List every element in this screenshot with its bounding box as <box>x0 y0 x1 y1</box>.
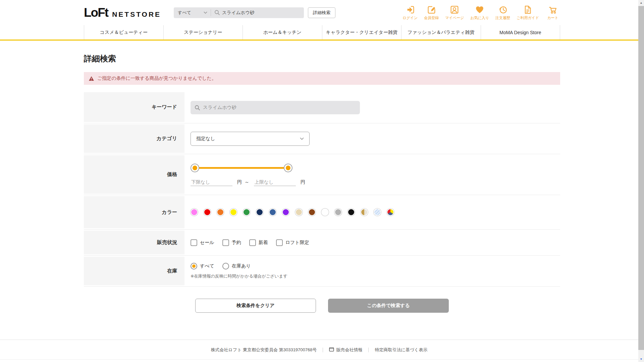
scrollbar-thumb[interactable] <box>638 6 644 350</box>
color-swatch-white[interactable] <box>321 208 329 216</box>
color-swatch-multicolor[interactable] <box>387 208 394 216</box>
checkbox[interactable] <box>249 239 256 246</box>
color-swatch-red[interactable] <box>204 208 211 216</box>
checkbox[interactable] <box>222 239 229 246</box>
checkbox[interactable] <box>191 239 197 246</box>
quicklink-label: ご利用ガイド <box>517 15 539 20</box>
footer-link-label: 特定商取引法に基づく表示 <box>375 347 427 353</box>
quicklink-ログイン[interactable]: ログイン <box>402 5 418 20</box>
price-min-unit: 円 <box>237 179 242 185</box>
chevron-down-icon <box>300 137 304 140</box>
stock-option-すべて[interactable]: すべて <box>191 263 214 269</box>
window-icon <box>329 347 334 353</box>
loft-logo[interactable]: LoFt NETSTORE <box>84 6 161 20</box>
radio-button[interactable] <box>222 263 229 269</box>
sales-status-label: 販売状況 <box>84 231 184 254</box>
login-icon <box>405 5 415 15</box>
quicklink-会員登録[interactable]: 会員登録 <box>424 5 439 20</box>
site-footer: 株式会社ロフト 東京都公安委員会 第303319700768号 販売会社情報特定… <box>0 340 638 360</box>
color-swatch-purple[interactable] <box>282 208 289 216</box>
color-swatch-gray[interactable] <box>334 208 342 216</box>
page-title: 詳細検索 <box>84 53 560 64</box>
category-row: カテゴリ 指定なし <box>84 123 560 154</box>
color-swatch-beige[interactable] <box>295 208 303 216</box>
quicklink-注文履歴[interactable]: 注文履歴 <box>495 5 510 20</box>
vertical-scrollbar[interactable]: ▲ ▼ <box>638 0 644 362</box>
search-category-select[interactable]: すべて <box>174 10 211 16</box>
price-slider-min-handle[interactable] <box>191 164 199 172</box>
nav-item-4[interactable]: ファッション＆バラエティ雑貨 <box>401 25 481 40</box>
search-with-conditions-button[interactable]: この条件で検索する <box>328 299 449 313</box>
color-swatch-orange[interactable] <box>217 208 224 216</box>
quicklink-マイページ[interactable]: マイページ <box>445 5 464 20</box>
nav-item-0[interactable]: コスメ＆ビューティー <box>84 25 163 40</box>
category-label: カテゴリ <box>84 124 184 153</box>
color-swatch-yellow[interactable] <box>230 208 237 216</box>
sales-option-ロフト限定[interactable]: ロフト限定 <box>276 239 309 246</box>
quicklink-label: カート <box>547 15 558 20</box>
logo-netstore-text: NETSTORE <box>112 10 161 18</box>
nav-item-2[interactable]: ホーム＆キッチン <box>243 25 322 40</box>
mypage-icon <box>449 5 460 15</box>
advanced-search-button[interactable]: 詳細検索 <box>308 7 335 18</box>
checkbox-label: 新着 <box>259 240 268 246</box>
color-label: カラー <box>84 196 184 228</box>
color-swatch-green[interactable] <box>243 208 250 216</box>
sales-option-新着[interactable]: 新着 <box>249 239 268 246</box>
sales-status-options: セール予約新着ロフト限定 <box>191 239 560 246</box>
radio-button[interactable] <box>191 263 197 269</box>
quicklink-label: お気に入り <box>470 15 489 20</box>
keyword-input[interactable] <box>203 105 356 110</box>
warning-icon <box>89 76 94 81</box>
category-select[interactable]: 指定なし <box>191 132 310 146</box>
keyword-input-wrap <box>191 101 360 114</box>
color-swatch-navy[interactable] <box>256 208 263 216</box>
header-search-group: すべて 詳細検索 <box>174 7 335 18</box>
sales-option-セール[interactable]: セール <box>191 239 214 246</box>
price-min-input[interactable] <box>191 178 232 186</box>
color-swatch-clear[interactable] <box>374 208 381 216</box>
scrollbar-up-arrow[interactable]: ▲ <box>638 0 644 6</box>
price-label: 価格 <box>84 155 184 194</box>
header-search-input[interactable] <box>222 10 296 15</box>
quicklink-ご利用ガイド[interactable]: ご利用ガイド <box>517 5 539 20</box>
checkbox-label: セール <box>200 240 214 246</box>
quicklink-label: マイページ <box>445 15 464 20</box>
quicklink-label: 注文履歴 <box>495 15 510 20</box>
quicklink-カート[interactable]: カート <box>545 5 560 20</box>
color-swatch-brown[interactable] <box>308 208 316 216</box>
checkbox[interactable] <box>276 239 283 246</box>
color-swatches <box>191 208 560 216</box>
stock-option-在庫あり[interactable]: 在庫あり <box>222 263 251 269</box>
footer-separator <box>323 348 323 352</box>
advanced-search-form: キーワード カテゴリ 指定なし 価格 <box>84 92 560 287</box>
guide-icon <box>523 5 533 15</box>
nav-item-1[interactable]: ステーショナリー <box>163 25 243 40</box>
checkbox-label: ロフト限定 <box>285 240 309 246</box>
color-swatch-blue[interactable] <box>269 208 276 216</box>
favorites-icon <box>475 5 485 15</box>
color-row: カラー <box>84 195 560 230</box>
color-swatch-pink[interactable] <box>191 208 198 216</box>
footer-link-販売会社情報[interactable]: 販売会社情報 <box>329 347 362 353</box>
nav-item-5[interactable]: MoMA Design Store <box>481 25 560 40</box>
sales-option-予約[interactable]: 予約 <box>222 239 241 246</box>
quicklink-お気に入り[interactable]: お気に入り <box>470 5 489 20</box>
price-max-input[interactable] <box>254 178 296 186</box>
nav-item-3[interactable]: キャラクター・クリエイター雑貨 <box>322 25 401 40</box>
price-slider-max-handle[interactable] <box>284 164 292 172</box>
clear-conditions-button[interactable]: 検索条件をクリア <box>195 299 316 313</box>
footer-link-特定商取引法に基づく表示[interactable]: 特定商取引法に基づく表示 <box>375 347 427 353</box>
color-swatch-gold-silver[interactable] <box>361 208 368 216</box>
footer-link-label: 販売会社情報 <box>336 347 362 353</box>
error-banner: ご指定の条件に一致する商品が見つかりませんでした。 <box>84 72 560 85</box>
stock-options: すべて在庫あり <box>191 263 560 269</box>
logo-loft-text: LoFt <box>84 6 108 20</box>
search-icon <box>195 105 200 111</box>
price-max-unit: 円 <box>301 179 305 185</box>
color-swatch-black[interactable] <box>347 208 355 216</box>
register-icon <box>426 5 436 15</box>
stock-label: 在庫 <box>84 257 184 285</box>
scrollbar-down-arrow[interactable]: ▼ <box>638 356 644 362</box>
stock-row: 在庫 すべて在庫あり ※在庫情報の反映に時間がかかる場合がございます <box>84 256 560 287</box>
